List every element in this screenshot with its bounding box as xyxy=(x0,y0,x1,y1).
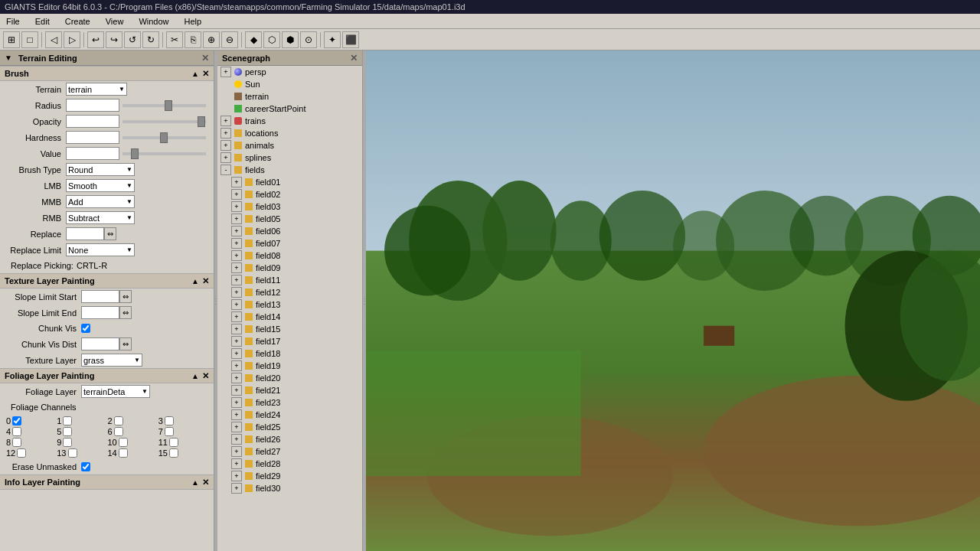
toolbar-btn-shape2[interactable]: ⬡ xyxy=(263,31,280,48)
tree-expand-field03[interactable]: + xyxy=(231,201,242,212)
tree-item-field05[interactable]: + field05 xyxy=(217,213,362,225)
tree-expand-field23[interactable]: + xyxy=(231,397,242,408)
menu-help[interactable]: Help xyxy=(181,16,205,27)
foliage-layer-close[interactable]: ✕ xyxy=(202,371,209,381)
tree-expand-field24[interactable]: + xyxy=(231,409,242,420)
tree-item-field01[interactable]: + field01 xyxy=(217,176,362,188)
texture-layer-arrow-up[interactable]: ▲ xyxy=(191,277,199,285)
chunk-vis-checkbox[interactable] xyxy=(81,324,90,333)
tree-expand-trains[interactable]: + xyxy=(220,116,231,126)
radius-input[interactable]: 22.79773331 xyxy=(66,99,119,112)
tree-expand-field07[interactable]: + xyxy=(231,238,242,249)
erase-unmasked-checkbox[interactable] xyxy=(81,462,90,471)
replace-limit-dropdown[interactable]: None ▼ xyxy=(66,243,135,256)
tree-item-field19[interactable]: + field19 xyxy=(217,360,362,372)
tree-expand-splines[interactable]: + xyxy=(220,152,231,163)
tree-expand-field06[interactable]: + xyxy=(231,226,242,236)
channel-9-checkbox[interactable] xyxy=(63,438,72,447)
toolbar-btn-rotate-left[interactable]: ↺ xyxy=(124,31,141,48)
tree-expand-field09[interactable]: + xyxy=(231,262,242,273)
foliage-layer-dropdown[interactable]: terrainDeta ▼ xyxy=(81,385,150,398)
radius-slider-thumb[interactable] xyxy=(165,100,172,111)
value-slider[interactable] xyxy=(122,152,206,155)
tree-item-field30[interactable]: + field30 xyxy=(217,482,362,494)
toolbar-btn-add[interactable]: ⊕ xyxy=(203,31,220,48)
channel-13-checkbox[interactable] xyxy=(68,448,77,458)
hardness-slider[interactable] xyxy=(122,136,206,139)
menu-file[interactable]: File xyxy=(3,16,23,27)
toolbar-btn-forward[interactable]: ▷ xyxy=(64,31,80,48)
tree-item-careerstartpoint[interactable]: careerStartPoint xyxy=(217,103,362,115)
channel-8-checkbox[interactable] xyxy=(12,438,21,447)
tree-expand-field30[interactable]: + xyxy=(231,483,242,494)
channel-4-checkbox[interactable] xyxy=(12,427,21,436)
brush-section-arrow-up[interactable]: ▲ xyxy=(191,70,199,78)
tree-item-field13[interactable]: + field13 xyxy=(217,298,362,311)
tree-expand-animals[interactable]: + xyxy=(220,140,231,151)
tree-item-field08[interactable]: + field08 xyxy=(217,249,362,262)
tree-item-field07[interactable]: + field07 xyxy=(217,237,362,249)
tree-expand-field02[interactable]: + xyxy=(231,189,242,200)
tree-expand-field20[interactable]: + xyxy=(231,373,242,383)
channel-15-checkbox[interactable] xyxy=(169,448,178,458)
radius-slider[interactable] xyxy=(122,104,206,107)
tree-item-field27[interactable]: + field27 xyxy=(217,445,362,458)
tree-item-field24[interactable]: + field24 xyxy=(217,409,362,421)
replace-input[interactable]: 0 xyxy=(66,227,104,240)
tree-item-fields[interactable]: - fields xyxy=(217,164,362,176)
tree-item-splines[interactable]: + splines xyxy=(217,152,362,164)
slope-end-spin[interactable]: ⇔ xyxy=(119,306,132,319)
hardness-slider-thumb[interactable] xyxy=(160,132,168,143)
tree-expand-field14[interactable]: + xyxy=(231,311,242,322)
tree-item-field09[interactable]: + field09 xyxy=(217,262,362,274)
rmb-dropdown[interactable]: Subtract ▼ xyxy=(66,211,135,224)
tree-expand-field15[interactable]: + xyxy=(231,324,242,334)
value-slider-thumb[interactable] xyxy=(131,148,139,159)
opacity-slider[interactable] xyxy=(122,120,206,123)
tree-item-field23[interactable]: + field23 xyxy=(217,396,362,409)
tree-item-field14[interactable]: + field14 xyxy=(217,311,362,323)
tree-expand-field17[interactable]: + xyxy=(231,336,242,347)
tree-expand-field05[interactable]: + xyxy=(231,214,242,224)
terrain-editing-arrow[interactable]: ▼ xyxy=(5,54,12,62)
info-layer-arrow-up[interactable]: ▲ xyxy=(191,478,199,487)
tree-item-field15[interactable]: + field15 xyxy=(217,323,362,335)
tree-expand-field19[interactable]: + xyxy=(231,360,242,371)
tree-item-field18[interactable]: + field18 xyxy=(217,347,362,360)
menu-view[interactable]: View xyxy=(103,16,127,27)
channel-14-checkbox[interactable] xyxy=(119,448,128,458)
toolbar-btn-undo[interactable]: ↩ xyxy=(87,31,104,48)
tree-expand-persp[interactable]: + xyxy=(220,67,231,77)
info-layer-close[interactable]: ✕ xyxy=(202,478,209,487)
tree-item-field17[interactable]: + field17 xyxy=(217,335,362,347)
tree-item-field25[interactable]: + field25 xyxy=(217,421,362,433)
channel-1-checkbox[interactable] xyxy=(63,416,72,425)
tree-item-field03[interactable]: + field03 xyxy=(217,201,362,213)
channel-11-checkbox[interactable] xyxy=(169,438,178,447)
texture-layer-close[interactable]: ✕ xyxy=(202,276,209,286)
mmb-dropdown[interactable]: Add ▼ xyxy=(66,195,135,208)
slope-start-spin[interactable]: ⇔ xyxy=(119,290,132,303)
channel-5-checkbox[interactable] xyxy=(63,427,72,436)
opacity-slider-thumb[interactable] xyxy=(198,116,205,127)
toolbar-btn-shape3[interactable]: ⬢ xyxy=(282,31,299,48)
chunk-vis-dist-input[interactable]: 300 xyxy=(81,337,119,350)
toolbar-btn-remove[interactable]: ⊖ xyxy=(221,31,238,48)
hardness-input[interactable]: 0.5 xyxy=(66,131,119,144)
tree-expand-field18[interactable]: + xyxy=(231,348,242,359)
tree-item-terrain[interactable]: terrain xyxy=(217,90,362,103)
tree-item-field26[interactable]: + field26 xyxy=(217,433,362,445)
opacity-input[interactable]: 1 xyxy=(66,115,119,128)
channel-0-checkbox[interactable] xyxy=(12,416,21,425)
channel-10-checkbox[interactable] xyxy=(119,438,128,447)
tree-item-field02[interactable]: + field02 xyxy=(217,188,362,201)
tree-item-field11[interactable]: + field11 xyxy=(217,274,362,286)
tree-item-field29[interactable]: + field29 xyxy=(217,470,362,482)
tree-expand-field28[interactable]: + xyxy=(231,458,242,469)
toolbar-btn-rotate-right[interactable]: ↻ xyxy=(142,31,159,48)
tree-expand-field26[interactable]: + xyxy=(231,434,242,445)
tree-item-animals[interactable]: + animals xyxy=(217,139,362,152)
value-input[interactable]: 0.1 xyxy=(66,147,119,160)
tree-item-persp[interactable]: + persp xyxy=(217,66,362,78)
toolbar-btn-misc1[interactable]: ✦ xyxy=(324,31,341,48)
